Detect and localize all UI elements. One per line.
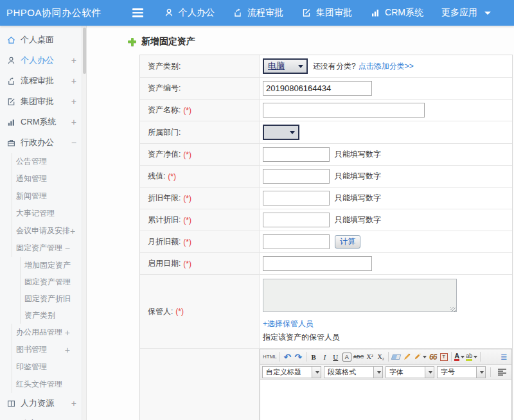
acc-dep-input[interactable]: [263, 213, 330, 227]
sidebar-item-hr[interactable]: 人力资源 +: [0, 393, 82, 414]
field-label: 月折旧额: (*): [140, 231, 260, 252]
editor-content[interactable]: [260, 380, 511, 420]
nav-crm[interactable]: CRM系统: [370, 7, 423, 19]
edit-square-icon: [6, 96, 16, 107]
scrollbar-thumb[interactable]: [83, 28, 86, 74]
topbar: PHPOA协同办公软件 个人办公 流程审批 集团审批: [0, 0, 514, 26]
font-family-dropdown[interactable]: 字体: [386, 366, 434, 378]
app-logo: PHPOA协同办公软件: [6, 7, 102, 19]
custom-title-dropdown[interactable]: 自定义标题: [262, 366, 321, 378]
sidebar-item-group-approval[interactable]: 集团审批 +: [0, 91, 82, 112]
format-painter-icon[interactable]: [412, 351, 427, 363]
book-icon: [6, 398, 16, 408]
ordered-list-icon[interactable]: ≣: [499, 351, 510, 363]
monthly-dep-input[interactable]: [263, 234, 330, 249]
hamburger-menu-icon[interactable]: [132, 8, 143, 17]
eraser-icon[interactable]: [391, 351, 402, 363]
nav-group-approval[interactable]: 集团审批: [301, 7, 352, 19]
align-left-icon[interactable]: [497, 366, 508, 378]
no-category-text: 还没有分类?: [313, 61, 356, 72]
add-category-link[interactable]: 点击添加分类>>: [359, 61, 414, 72]
dep-years-input[interactable]: [263, 191, 330, 206]
sidebar-item-fixed-asset-manage[interactable]: 固定资产管理: [20, 274, 82, 290]
sidebar-item-seal-mgmt[interactable]: 印鉴管理: [12, 358, 82, 376]
sidebar-item-asset-category[interactable]: 资产类别: [20, 307, 82, 324]
redo-icon[interactable]: ↷: [293, 351, 304, 363]
caret-down-icon: [315, 371, 319, 374]
paragraph-format-dropdown[interactable]: 段落格式: [324, 366, 383, 378]
sidebar-item-office-supplies[interactable]: 办公用品管理 +: [12, 324, 82, 341]
sidebar: 个人桌面 个人办公 + 流程审批 +: [0, 26, 87, 420]
caret-down-icon: [461, 356, 465, 358]
paste-icon[interactable]: T: [438, 351, 449, 363]
field-label: 累计折旧: (*): [140, 209, 260, 231]
select-keeper-link[interactable]: +选择保管人员: [263, 319, 314, 329]
rich-text-editor: HTML ↶ ↷ B I U A ABC X²: [260, 349, 512, 420]
editor-toolbar-row2: 自定义标题 段落格式 字体: [260, 365, 511, 380]
bar-chart-icon: [370, 8, 380, 18]
sidebar-item-official-doc-mgmt[interactable]: 红头文件管理: [12, 376, 82, 393]
bar-chart-icon: [6, 117, 16, 127]
sidebar-item-fixed-asset-mgmt[interactable]: 固定资产管理 −: [12, 240, 82, 257]
sidebar-item-news-mgmt[interactable]: 新闻管理: [12, 188, 82, 205]
sidebar-item-book-mgmt[interactable]: 图书管理 +: [12, 341, 82, 358]
sidebar-item-crm[interactable]: CRM系统 +: [0, 112, 82, 132]
select-caret-icon: [298, 65, 303, 68]
residual-input[interactable]: [263, 169, 330, 184]
sidebar-item-document-mgmt[interactable]: 公文管理 +: [0, 414, 82, 420]
asset-no-input[interactable]: [263, 81, 372, 96]
category-select[interactable]: 电脑: [263, 58, 308, 74]
process-icon: [233, 8, 243, 18]
subscript-button[interactable]: X₂: [375, 351, 386, 363]
page-title: 新增固定资产: [128, 36, 513, 48]
start-date-input[interactable]: [263, 256, 372, 271]
field-label: 保管人: (*): [140, 275, 260, 348]
caret-down-icon: [423, 356, 427, 358]
sidebar-item-process-approval[interactable]: 流程审批 +: [0, 71, 82, 91]
nav-more-apps[interactable]: 更多应用: [441, 7, 491, 19]
nav-process-approval[interactable]: 流程审批: [233, 7, 283, 19]
sidebar-item-meeting-mgmt[interactable]: 会议申请及安排 +: [12, 222, 82, 240]
sidebar-item-personal-office[interactable]: 个人办公 +: [0, 50, 82, 71]
caret-down-icon: [377, 371, 381, 374]
clear-format-brush-icon[interactable]: [402, 351, 412, 363]
form-row-keeper: 保管人: (*) +选择保管人员 指定该资产的保管人员: [140, 275, 512, 349]
edit-square-icon: [301, 8, 312, 18]
superscript-button[interactable]: X²: [364, 351, 375, 363]
sidebar-item-add-fixed-asset[interactable]: 增加固定资产: [20, 257, 82, 274]
sidebar-item-personal-desktop[interactable]: 个人桌面: [0, 30, 82, 50]
html-source-button[interactable]: HTML: [262, 351, 278, 363]
sidebar-scrollbar[interactable]: [82, 26, 86, 420]
sidebar-item-events-mgmt[interactable]: 大事记管理: [12, 205, 82, 222]
select-caret-icon: [290, 131, 295, 134]
highlight-color-button[interactable]: ab: [465, 351, 478, 363]
sidebar-item-notice-mgmt[interactable]: 通知管理: [12, 170, 82, 188]
blockquote-button[interactable]: 66: [427, 351, 438, 363]
font-color-button[interactable]: A: [454, 351, 465, 363]
field-label-empty: [140, 349, 260, 420]
sidebar-item-announcement-mgmt[interactable]: 公告管理: [12, 153, 82, 170]
top-navigation: 个人办公 流程审批 集团审批 CRM系统 更多应用: [164, 7, 509, 19]
underline-button[interactable]: U: [330, 351, 341, 363]
sidebar-item-fixed-asset-depreciation[interactable]: 固定资产折旧: [20, 290, 82, 307]
form-row-monthly-dep: 月折旧额: (*) 计算: [140, 231, 512, 253]
department-select[interactable]: [263, 125, 299, 140]
net-value-input[interactable]: [263, 147, 330, 162]
calculate-button[interactable]: 计算: [335, 235, 360, 249]
keeper-textarea[interactable]: [263, 279, 457, 312]
font-style-button[interactable]: A: [342, 353, 351, 362]
italic-button[interactable]: I: [319, 351, 330, 363]
form-row-category: 资产类别: 电脑 还没有分类? 点击添加分类>>: [140, 55, 512, 78]
sidebar-item-admin-office[interactable]: 行政办公 −: [0, 132, 82, 153]
font-size-dropdown[interactable]: 字号: [437, 366, 486, 378]
undo-icon[interactable]: ↶: [282, 351, 293, 363]
asset-name-input[interactable]: [263, 103, 425, 118]
strikethrough-button[interactable]: ABC: [353, 351, 364, 363]
nav-personal-office[interactable]: 个人办公: [164, 7, 215, 19]
form-row-acc-dep: 累计折旧: (*) 只能填写数字: [140, 209, 512, 231]
bold-button[interactable]: B: [308, 351, 319, 363]
form-row-department: 所属部门:: [140, 121, 512, 144]
form-row-residual: 残值: (*) 只能填写数字: [140, 166, 512, 188]
briefcase-icon: [6, 137, 16, 148]
form-row-editor: HTML ↶ ↷ B I U A ABC X²: [140, 349, 512, 420]
